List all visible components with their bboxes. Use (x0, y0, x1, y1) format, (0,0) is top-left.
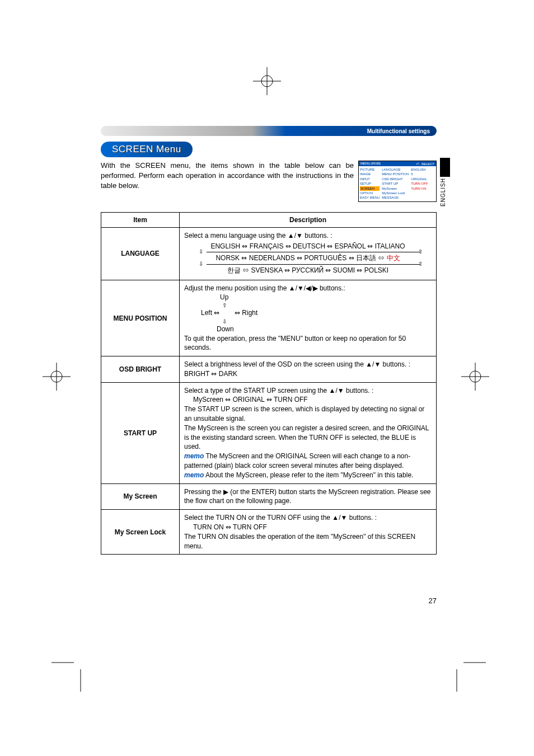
text-line: The TURN ON disables the operation of th… (184, 532, 432, 551)
memo-label: memo (184, 452, 204, 460)
intro-paragraph: With the SCREEN menu, the items shown in… (101, 161, 354, 191)
registration-mark-right (461, 363, 489, 393)
registration-mark-top (253, 67, 281, 97)
osd-item: OSD BRIGHT (382, 177, 409, 181)
language-chain: NORSK ⇔ NEDERLANDS ⇔ PORTUGUÊS ⇔ 日本語 ⇔ 中… (184, 253, 432, 263)
text-line: Adjust the menu position using the ▲/▼/◀… (184, 284, 432, 293)
osd-item: ENGLISH (411, 167, 428, 172)
osd-header-left: MENU [RGB] (360, 162, 381, 166)
text-segment: The MyScreen and the ORIGINAL Screen wil… (184, 452, 410, 469)
osd-item: MESSAGE (382, 195, 409, 200)
table-header-description: Description (180, 212, 437, 227)
osd-item: TURN OFF (411, 181, 428, 186)
item-language: LANGUAGE (101, 227, 180, 280)
language-chain: ENGLISH ⇔ FRANÇAIS ⇔ DEUTSCH ⇔ ESPAÑOL ⇔… (184, 242, 432, 251)
item-menu-position: MENU POSITION (101, 280, 180, 356)
direction-left-right: Left ⇔ ⇔ Right (201, 309, 432, 318)
table-row: MENU POSITION Adjust the menu position u… (101, 280, 437, 356)
language-chain: 한글 ⇔ SVENSKA ⇔ РУССКИЙ ⇔ SUOMI ⇔ POLSKI (184, 266, 432, 275)
desc-language: Select a menu language using the ▲/▼ but… (180, 227, 437, 280)
osd-header-right: ⏎ : SELECT (416, 162, 434, 166)
arrow-up-icon: ⇧ (222, 302, 432, 309)
osd-item: SETUP (360, 181, 380, 186)
text-line: Select a brightness level of the OSD on … (184, 360, 432, 369)
osd-preview: MENU [RGB] ⏎ : SELECT PICTURE IMAGE INPU… (358, 161, 437, 202)
osd-item: MyScreen (382, 186, 409, 191)
item-my-screen-lock: My Screen Lock (101, 510, 180, 555)
page-content: Multifunctional settings SCREEN Menu Wit… (101, 126, 437, 555)
language-tab-label: ENGLISH (440, 178, 446, 206)
osd-item: START UP (382, 181, 409, 186)
memo-line: memo The MyScreen and the ORIGINAL Scree… (184, 452, 432, 471)
osd-item: ORIGINAL (411, 177, 428, 181)
desc-my-screen: Pressing the ▶ (or the ENTER) button sta… (180, 483, 437, 510)
text-line: Select a menu language using the ▲/▼ but… (184, 231, 432, 241)
text-line: Select the TURN ON or the TURN OFF using… (184, 513, 432, 523)
desc-my-screen-lock: Select the TURN ON or the TURN OFF using… (180, 510, 437, 555)
table-row: My Screen Lock Select the TURN ON or the… (101, 510, 437, 555)
memo-label: memo (184, 471, 204, 479)
osd-item: OPTION (360, 191, 380, 195)
osd-item-selected: SCREEN (360, 186, 380, 191)
text-line: BRIGHT ⇔ DARK (184, 369, 432, 379)
screen-menu-title-label: SCREEN Menu (112, 144, 181, 154)
text-segment: About the MyScreen, please refer to the … (204, 471, 413, 479)
table-row: OSD BRIGHT Select a brightness level of … (101, 356, 437, 383)
osd-setting-column: LANGUAGE MENU POSITION OSD BRIGHT START … (382, 167, 409, 200)
registration-mark-left (43, 363, 71, 393)
osd-menu-column: PICTURE IMAGE INPUT SETUP SCREEN OPTION … (360, 167, 380, 200)
memo-line: memo About the MyScreen, please refer to… (184, 471, 432, 480)
crop-mark-bottom-left (51, 658, 85, 694)
table-row: LANGUAGE Select a menu language using th… (101, 227, 437, 280)
option-chain: TURN ON ⇔ TURN OFF (193, 523, 432, 532)
option-chain: MyScreen ⇔ ORIGINAL ⇔ TURN OFF (193, 395, 432, 405)
section-header-label: Multifunctional settings (367, 128, 430, 134)
item-osd-bright: OSD BRIGHT (101, 356, 180, 383)
crop-mark-bottom-right (452, 658, 486, 694)
text-segment: NORSK ⇔ NEDERLANDS ⇔ PORTUGUÊS ⇔ 日本語 ⇔ (216, 254, 386, 262)
settings-table: Item Description LANGUAGE Select a menu … (101, 212, 437, 555)
table-row: START UP Select a type of the START UP s… (101, 382, 437, 483)
osd-item: IMAGE (360, 172, 380, 176)
text-line: The START UP screen is the screen, which… (184, 405, 432, 424)
text-segment: 中文 (387, 254, 400, 262)
table-header-item: Item (101, 212, 180, 227)
osd-item: LANGUAGE (382, 167, 409, 172)
osd-item: MyScreen Lock (382, 191, 409, 195)
text-line: The MyScreen is the screen you can regis… (184, 424, 432, 452)
language-tab: ENGLISH (440, 158, 450, 206)
item-my-screen: My Screen (101, 483, 180, 510)
desc-start-up: Select a type of the START UP screen usi… (180, 382, 437, 483)
text-line: To quit the operation, press the "MENU" … (184, 334, 432, 353)
page-number: 27 (429, 597, 437, 605)
direction-up: Up (220, 293, 432, 302)
direction-down: Down (217, 325, 432, 334)
osd-item: EASY MENU (360, 195, 380, 200)
item-start-up: START UP (101, 382, 180, 483)
desc-osd-bright: Select a brightness level of the OSD on … (180, 356, 437, 383)
osd-item: 5 (411, 172, 428, 176)
osd-item: PICTURE (360, 167, 380, 172)
arrow-down-icon: ⇩ (222, 318, 432, 325)
osd-item: TURN ON (411, 186, 428, 191)
desc-menu-position: Adjust the menu position using the ▲/▼/◀… (180, 280, 437, 356)
connector-line (207, 264, 420, 265)
osd-item: INPUT (360, 177, 380, 181)
table-row: My Screen Pressing the ▶ (or the ENTER) … (101, 483, 437, 510)
connector-line (207, 252, 420, 252)
section-header: Multifunctional settings (101, 126, 437, 136)
text-line: Select a type of the START UP screen usi… (184, 386, 432, 396)
osd-item: MENU POSITION (382, 172, 409, 176)
osd-value-column: ENGLISH 5 ORIGINAL TURN OFF TURN ON (411, 167, 428, 200)
screen-menu-title: SCREEN Menu (101, 142, 193, 157)
